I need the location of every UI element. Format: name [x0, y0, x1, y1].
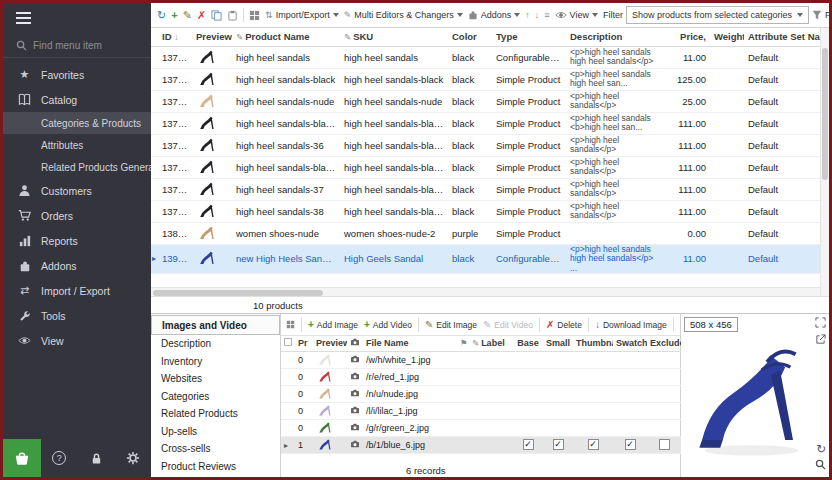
- table-row[interactable]: 13817 women shoes-nude women shoes-nude-…: [151, 222, 820, 244]
- images-grid-button[interactable]: [284, 318, 297, 331]
- column-header-base[interactable]: Base: [513, 336, 543, 351]
- sort-ascending-button[interactable]: ↑: [523, 9, 532, 22]
- filters-dropdown[interactable]: Filters: [810, 8, 829, 22]
- column-header-type[interactable]: Type: [492, 28, 566, 46]
- edit-product-button[interactable]: ✎: [181, 8, 194, 23]
- add-image-button[interactable]: +Add Image: [306, 318, 360, 332]
- sort-descending-button[interactable]: ↓: [533, 9, 542, 22]
- tab-related-products[interactable]: Related Products: [151, 405, 280, 423]
- rotate-button[interactable]: ↻: [816, 443, 826, 455]
- delete-image-button[interactable]: ✗Delete: [544, 318, 584, 332]
- sidebar-item-import-export[interactable]: ⇄ Import / Export: [3, 278, 151, 303]
- fullscreen-button[interactable]: [815, 317, 826, 330]
- lock-button[interactable]: [78, 439, 115, 477]
- column-header-preview[interactable]: Preview: [313, 336, 347, 351]
- thumbnail-checkbox-checked[interactable]: ✓: [588, 439, 599, 450]
- tab-images-and-video[interactable]: Images and Video: [151, 315, 280, 335]
- sidebar-item-attributes[interactable]: Attributes: [3, 134, 151, 156]
- base-checkbox-checked[interactable]: ✓: [523, 439, 534, 450]
- paste-button[interactable]: [225, 8, 240, 23]
- menu-search-input[interactable]: [33, 40, 138, 51]
- column-header-swatch[interactable]: Swatch: [613, 336, 647, 351]
- delete-product-button[interactable]: ✗: [195, 8, 208, 23]
- add-product-button[interactable]: +: [169, 8, 179, 23]
- column-header-price[interactable]: Price,: [666, 28, 710, 46]
- column-header-thumbnail[interactable]: Thumbna: [573, 336, 613, 351]
- column-header-position[interactable]: Pr: [295, 336, 313, 351]
- multi-editors-dropdown[interactable]: ✎ Multi Editors & Changers: [342, 8, 465, 22]
- column-header-small[interactable]: Small: [543, 336, 573, 351]
- swatch-checkbox-checked[interactable]: ✓: [625, 439, 636, 450]
- list-item[interactable]: 0 /n/u/nude.jpg: [281, 385, 681, 402]
- column-header-label[interactable]: ✎Label: [469, 336, 513, 351]
- table-row[interactable]: 13731 high heel sandals high heel sandal…: [151, 46, 820, 68]
- horizontal-scrollbar[interactable]: [151, 287, 820, 296]
- table-row[interactable]: 13732 high heel sandals-black high heel …: [151, 68, 820, 90]
- zoom-button[interactable]: [815, 459, 826, 472]
- sidebar-item-categories-products[interactable]: Categories & Products: [3, 112, 151, 134]
- column-header-flag[interactable]: ⚑: [457, 336, 469, 351]
- table-row[interactable]: 13733 high heel sandals-nude high heel s…: [151, 90, 820, 112]
- tab-product-reviews[interactable]: Product Reviews: [151, 458, 280, 476]
- list-item[interactable]: 0 /w/h/white_1.jpg: [281, 351, 681, 368]
- group-button[interactable]: ≡: [542, 9, 551, 22]
- sidebar-item-reports[interactable]: Reports: [3, 228, 151, 253]
- column-header-color[interactable]: Color: [448, 28, 492, 46]
- sidebar-item-customers[interactable]: Customers: [3, 178, 151, 203]
- add-video-button[interactable]: +Add Video: [362, 318, 414, 332]
- column-header-name[interactable]: ✎Product Name: [232, 28, 340, 46]
- refresh-button[interactable]: ↻: [155, 8, 168, 23]
- column-header-file-name[interactable]: File Name: [363, 336, 457, 351]
- tab-inventory[interactable]: Inventory: [151, 353, 280, 371]
- sidebar-item-tools[interactable]: Tools: [3, 303, 151, 328]
- tab-cross-sells[interactable]: Cross-sells: [151, 440, 280, 458]
- list-item-selected[interactable]: ▸ 1 /b/1/blue_6.jpg ✓ ✓ ✓ ✓: [281, 436, 681, 453]
- column-header-id[interactable]: ID ↓: [158, 28, 192, 46]
- tab-websites[interactable]: Websites: [151, 370, 280, 388]
- download-image-button[interactable]: ↓Download Image: [593, 318, 669, 332]
- sidebar-item-catalog[interactable]: Catalog: [3, 87, 151, 112]
- sidebar-item-view[interactable]: View: [3, 328, 151, 353]
- table-row[interactable]: 13740 high heel sandals-38 high heel san…: [151, 200, 820, 222]
- open-external-button[interactable]: [815, 334, 826, 347]
- table-row[interactable]: 13736 high heel sandals-black-36 high he…: [151, 112, 820, 134]
- set-resize-rule-button[interactable]: Set Resize Rule: [678, 318, 680, 332]
- column-header-preview[interactable]: Preview: [192, 28, 232, 46]
- table-row-selected[interactable]: ▸ 13931 new High Heels Sandals High Geel…: [151, 244, 820, 274]
- import-export-dropdown[interactable]: ⇅ Import/Export: [263, 8, 341, 22]
- sidebar-item-orders[interactable]: Orders: [3, 203, 151, 228]
- addons-dropdown[interactable]: Addons: [466, 8, 523, 22]
- copy-button[interactable]: [209, 8, 224, 23]
- hamburger-menu-button[interactable]: [3, 3, 151, 33]
- settings-button[interactable]: [114, 439, 151, 477]
- tab-up-sells[interactable]: Up-sells: [151, 423, 280, 441]
- table-row[interactable]: 13739 high heel sandals-37 high heel san…: [151, 178, 820, 200]
- table-row[interactable]: 13737 high heel sandals-36 high heel san…: [151, 134, 820, 156]
- list-item[interactable]: 0 /l/i/lilac_1.jpg: [281, 402, 681, 419]
- view-dropdown[interactable]: View: [553, 8, 600, 22]
- sidebar-item-related-products-generator[interactable]: Related Products Generator: [3, 156, 151, 178]
- column-header-sku[interactable]: ✎SKU: [340, 28, 448, 46]
- table-row[interactable]: 13738 high heel sandals-black-37 high he…: [151, 156, 820, 178]
- help-button[interactable]: ?: [41, 439, 78, 477]
- column-header-exclude[interactable]: Exclude: [647, 336, 681, 351]
- store-button[interactable]: [3, 439, 41, 477]
- column-header-description[interactable]: Description: [566, 28, 666, 46]
- column-header-attribute-set[interactable]: Attribute Set Name: [744, 28, 820, 46]
- scrollbar-thumb[interactable]: [822, 48, 828, 180]
- tab-categories[interactable]: Categories: [151, 388, 280, 406]
- column-header-camera[interactable]: [347, 336, 363, 351]
- scrollbar-thumb[interactable]: [153, 290, 323, 296]
- edit-image-button[interactable]: ✎Edit Image: [423, 318, 479, 332]
- sidebar-item-addons[interactable]: Addons: [3, 253, 151, 278]
- list-item[interactable]: 0 /g/r/green_2.jpg: [281, 419, 681, 436]
- list-item[interactable]: 0 /r/e/red_1.jpg: [281, 368, 681, 385]
- sidebar-item-favorites[interactable]: ★ Favorites: [3, 62, 151, 87]
- edit-video-button[interactable]: ✎Edit Video: [481, 318, 535, 332]
- column-header-weight[interactable]: Weight: [710, 28, 744, 46]
- category-filter-select[interactable]: Show products from selected categories: [626, 6, 809, 24]
- columns-button[interactable]: [247, 8, 262, 23]
- exclude-checkbox-unchecked[interactable]: [659, 439, 670, 450]
- tab-description[interactable]: Description: [151, 335, 280, 353]
- small-checkbox-checked[interactable]: ✓: [553, 439, 564, 450]
